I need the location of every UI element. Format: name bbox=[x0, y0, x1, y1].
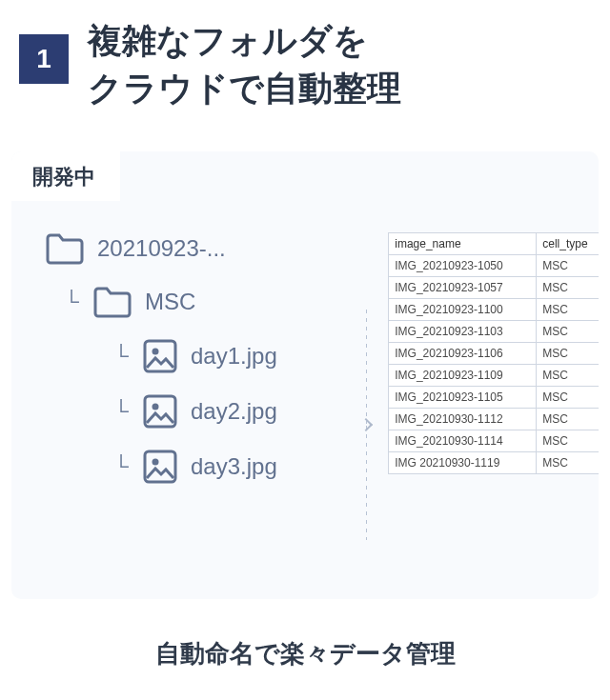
tree-elbow-icon: └ bbox=[112, 399, 130, 424]
table-cell: MSC bbox=[537, 320, 599, 342]
table-row: IMG_20210923-1105MSC bbox=[389, 386, 599, 408]
table-cell: MSC bbox=[537, 298, 599, 320]
table-row: IMG_20210923-1057MSC bbox=[389, 276, 599, 298]
table-cell: MSC bbox=[537, 276, 599, 298]
table-header: image_name bbox=[389, 232, 537, 254]
tree-file-row: └ day1.jpg bbox=[112, 339, 352, 373]
table-row: IMG_20210923-1050MSC bbox=[389, 254, 599, 276]
data-table-pane: image_name cell_type IMG_20210923-1050MS… bbox=[380, 232, 599, 599]
table-cell: MSC bbox=[537, 342, 599, 364]
tree-elbow-icon: └ bbox=[112, 344, 130, 369]
table-row: IMG_20210923-1100MSC bbox=[389, 298, 599, 320]
table-cell: MSC bbox=[537, 451, 599, 473]
table-row: IMG_20210930-1114MSC bbox=[389, 430, 599, 451]
table-row: IMG_20210923-1109MSC bbox=[389, 364, 599, 386]
svg-point-1 bbox=[152, 348, 159, 354]
table-row: IMG_20210923-1103MSC bbox=[389, 320, 599, 342]
title-line-1: 複雑なフォルダを bbox=[88, 21, 368, 60]
step-number-badge: 1 bbox=[19, 34, 69, 84]
tree-root-row: 20210923-... bbox=[46, 232, 352, 265]
file-label: day1.jpg bbox=[191, 343, 277, 370]
table-cell: IMG_20210923-1100 bbox=[389, 298, 537, 320]
table-cell: MSC bbox=[537, 254, 599, 276]
status-badge: 開発中 bbox=[11, 151, 120, 201]
subfolder-label: MSC bbox=[145, 289, 195, 315]
table-cell: IMG_20210923-1103 bbox=[389, 320, 537, 342]
table-cell: IMG_20210930-1114 bbox=[389, 430, 537, 451]
tree-elbow-icon: └ bbox=[63, 290, 80, 314]
image-icon bbox=[143, 450, 177, 484]
table-cell: MSC bbox=[537, 408, 599, 430]
table-cell: MSC bbox=[537, 386, 599, 408]
table-header: cell_type bbox=[537, 232, 599, 254]
image-icon bbox=[143, 339, 177, 373]
table-row: IMG 20210930-1119MSC bbox=[389, 451, 599, 473]
title-line-2: クラウドで自動整理 bbox=[88, 69, 401, 108]
arrow-divider bbox=[352, 232, 380, 599]
footer-caption: 自動命名で楽々データ管理 bbox=[0, 637, 610, 670]
table-cell: IMG_20210923-1106 bbox=[389, 342, 537, 364]
table-cell: IMG_20210923-1109 bbox=[389, 364, 537, 386]
tree-subfolder-row: └ MSC bbox=[63, 286, 352, 318]
table-cell: IMG_20210923-1057 bbox=[389, 276, 537, 298]
file-label: day2.jpg bbox=[191, 398, 277, 425]
folder-tree: 20210923-... └ MSC └ day1.jpg └ bbox=[11, 232, 352, 599]
table-cell: IMG_20210923-1105 bbox=[389, 386, 537, 408]
table-cell: MSC bbox=[537, 430, 599, 451]
table-cell: IMG 20210930-1119 bbox=[389, 451, 537, 473]
table-cell: IMG_20210930-1112 bbox=[389, 408, 537, 430]
svg-point-3 bbox=[152, 403, 159, 410]
svg-point-5 bbox=[152, 458, 159, 465]
root-folder-label: 20210923-... bbox=[97, 235, 226, 262]
feature-card: 開発中 20210923-... └ MSC └ bbox=[11, 151, 599, 599]
tree-file-row: └ day2.jpg bbox=[112, 394, 352, 429]
table-row: IMG_20210923-1106MSC bbox=[389, 342, 599, 364]
folder-icon bbox=[93, 286, 132, 318]
folder-icon bbox=[46, 232, 84, 265]
heading-title: 複雑なフォルダを クラウドで自動整理 bbox=[88, 17, 401, 113]
table-cell: IMG_20210923-1050 bbox=[389, 254, 537, 276]
svg-rect-2 bbox=[145, 396, 175, 427]
file-label: day3.jpg bbox=[191, 453, 277, 480]
svg-rect-4 bbox=[145, 451, 175, 482]
tree-elbow-icon: └ bbox=[112, 454, 130, 479]
image-icon bbox=[143, 394, 177, 429]
svg-rect-0 bbox=[145, 341, 175, 371]
chevron-right-icon bbox=[359, 418, 373, 431]
tree-file-row: └ day3.jpg bbox=[112, 450, 352, 484]
table-row: IMG_20210930-1112MSC bbox=[389, 408, 599, 430]
data-table: image_name cell_type IMG_20210923-1050MS… bbox=[388, 232, 599, 474]
table-cell: MSC bbox=[537, 364, 599, 386]
